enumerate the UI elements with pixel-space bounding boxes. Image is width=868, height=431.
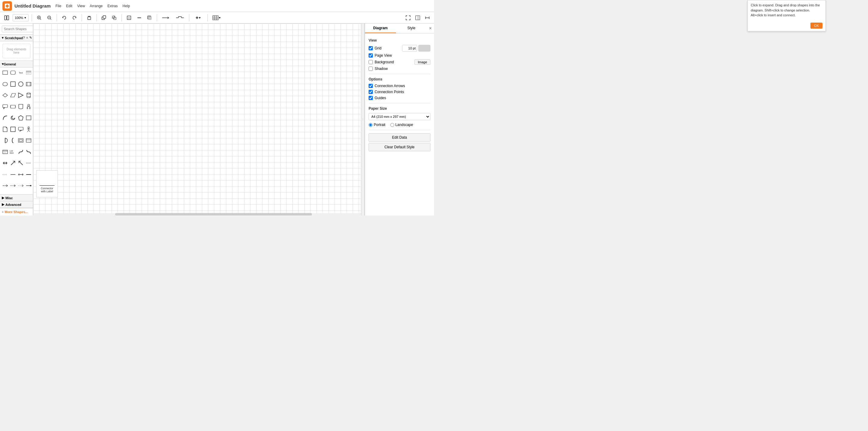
guides-checkbox[interactable] bbox=[369, 96, 373, 100]
shape-person[interactable] bbox=[25, 103, 32, 110]
insert-btn[interactable]: + ▼ bbox=[192, 13, 204, 22]
view-toggle-btn[interactable] bbox=[2, 13, 11, 22]
more-shapes-btn[interactable]: + More Shapes... bbox=[0, 208, 33, 216]
shape-rounded-rect[interactable] bbox=[10, 69, 16, 76]
page-view-checkbox[interactable] bbox=[369, 53, 373, 58]
edit-data-btn[interactable]: Edit Data bbox=[369, 133, 430, 142]
shape-dashed-connector2[interactable] bbox=[10, 182, 16, 189]
shape-list-item[interactable]: List Item bbox=[10, 149, 16, 155]
shape-rect-label[interactable] bbox=[25, 137, 32, 144]
shape-solid-connector[interactable] bbox=[25, 171, 32, 178]
shape-arrow-nw[interactable] bbox=[18, 160, 24, 166]
shape-square2[interactable] bbox=[10, 126, 16, 133]
shape-line[interactable] bbox=[10, 171, 16, 178]
clear-style-btn[interactable]: Clear Default Style bbox=[369, 143, 430, 151]
shape-list[interactable] bbox=[2, 149, 8, 155]
tab-style[interactable]: Style bbox=[396, 24, 427, 33]
portrait-option[interactable]: Portrait bbox=[369, 123, 385, 127]
shape-note[interactable] bbox=[2, 126, 8, 133]
canvas-scrollbar[interactable] bbox=[33, 213, 361, 216]
shape-document[interactable] bbox=[18, 103, 24, 110]
shape-dashed-connector[interactable] bbox=[2, 182, 8, 189]
shape-actor[interactable] bbox=[25, 126, 32, 133]
shape-ellipse[interactable] bbox=[2, 81, 8, 87]
shape-callout[interactable] bbox=[2, 103, 8, 110]
shape-arrow-ne[interactable] bbox=[10, 160, 16, 166]
shape-curve-s2[interactable] bbox=[25, 149, 32, 155]
connection-arrows-checkbox[interactable] bbox=[369, 84, 373, 88]
undo-btn[interactable] bbox=[60, 13, 68, 22]
scratchpad-help[interactable]: ? bbox=[23, 36, 25, 40]
shape-cylinder[interactable] bbox=[25, 92, 32, 98]
collapse-handle[interactable]: ⋮ bbox=[361, 24, 365, 216]
shadow-checkbox[interactable] bbox=[369, 67, 373, 71]
shape-dashed-line[interactable] bbox=[25, 160, 32, 166]
connector-btn[interactable] bbox=[160, 13, 172, 22]
shape-frame[interactable] bbox=[25, 115, 32, 121]
shape-bracket[interactable] bbox=[10, 137, 16, 144]
shape-arc[interactable] bbox=[2, 115, 8, 121]
canvas-scrollbar-thumb[interactable] bbox=[115, 213, 312, 216]
scratchpad-edit[interactable]: ✎ bbox=[29, 36, 32, 40]
shape-dashed-connector3[interactable] bbox=[18, 182, 24, 189]
background-checkbox[interactable] bbox=[369, 60, 373, 64]
fill-btn[interactable]: A bbox=[125, 13, 133, 22]
duplicate-btn[interactable] bbox=[100, 13, 108, 22]
shape-dotted-line[interactable] bbox=[2, 171, 8, 178]
landscape-radio[interactable] bbox=[390, 123, 394, 127]
grid-checkbox[interactable] bbox=[369, 46, 373, 50]
portrait-radio[interactable] bbox=[369, 123, 373, 127]
shape-process[interactable] bbox=[25, 81, 32, 87]
menu-extras[interactable]: Extras bbox=[107, 4, 118, 8]
advanced-header[interactable]: ▶ Advanced bbox=[0, 201, 33, 208]
scratchpad-add[interactable]: + bbox=[26, 36, 28, 40]
table-btn[interactable]: ▼ bbox=[211, 13, 223, 22]
shape-circle[interactable] bbox=[18, 81, 24, 87]
shape-arrow-double[interactable] bbox=[2, 160, 8, 166]
menu-file[interactable]: File bbox=[56, 4, 61, 8]
menu-edit[interactable]: Edit bbox=[66, 4, 72, 8]
shape-text[interactable]: Text bbox=[18, 69, 24, 76]
shape-pentagon[interactable] bbox=[18, 115, 24, 121]
shape-banner[interactable] bbox=[10, 103, 16, 110]
paper-size-select[interactable]: A4 (210 mm x 297 mm) A3 Letter Legal bbox=[369, 113, 430, 120]
shape-crescent[interactable] bbox=[10, 115, 16, 121]
grid-color-swatch[interactable] bbox=[418, 45, 430, 52]
tab-diagram[interactable]: Diagram bbox=[365, 24, 396, 33]
shape-rectangle[interactable] bbox=[2, 69, 8, 76]
clone-btn[interactable] bbox=[110, 13, 119, 22]
connection-points-checkbox[interactable] bbox=[369, 90, 373, 94]
shape-dashed-connector4[interactable] bbox=[25, 182, 32, 189]
shape-half-circle[interactable] bbox=[2, 137, 8, 144]
grid-size-input[interactable] bbox=[402, 45, 417, 52]
shape-square[interactable] bbox=[10, 81, 16, 87]
zoom-in-btn[interactable] bbox=[35, 13, 43, 22]
landscape-option[interactable]: Landscape bbox=[390, 123, 413, 127]
canvas-grid[interactable]: Connectorwith Label bbox=[33, 24, 361, 216]
waypoint-btn[interactable] bbox=[174, 13, 186, 22]
right-panel-close-btn[interactable]: ✕ bbox=[427, 24, 434, 33]
panel-toggle-btn[interactable] bbox=[413, 13, 422, 22]
shape-inner-rect[interactable] bbox=[18, 137, 24, 144]
misc-header[interactable]: ▶ Misc bbox=[0, 194, 33, 201]
menu-help[interactable]: Help bbox=[123, 4, 130, 8]
fullscreen-btn[interactable] bbox=[404, 13, 412, 22]
stroke-btn[interactable] bbox=[135, 13, 144, 22]
zoom-out-btn[interactable] bbox=[45, 13, 54, 22]
zoom-display[interactable]: 100% ▼ bbox=[13, 14, 29, 22]
background-image-btn[interactable]: Image bbox=[414, 59, 430, 65]
redo-btn[interactable] bbox=[70, 13, 79, 22]
delete-btn[interactable] bbox=[85, 13, 93, 22]
shape-curve-s[interactable] bbox=[18, 149, 24, 155]
canvas-area[interactable]: Connectorwith Label bbox=[33, 24, 361, 216]
menu-view[interactable]: View bbox=[77, 4, 85, 8]
shape-heading[interactable] bbox=[25, 69, 32, 76]
shape-diamond[interactable] bbox=[2, 92, 8, 98]
shape-double-arrow-line[interactable] bbox=[18, 171, 24, 178]
search-input[interactable] bbox=[2, 26, 33, 32]
shadow-btn[interactable] bbox=[145, 13, 154, 22]
collapse-btn[interactable] bbox=[423, 13, 432, 22]
shape-callout2[interactable] bbox=[18, 126, 24, 133]
connector-label-shape[interactable]: Connectorwith Label bbox=[36, 170, 58, 197]
menu-arrange[interactable]: Arrange bbox=[90, 4, 103, 8]
